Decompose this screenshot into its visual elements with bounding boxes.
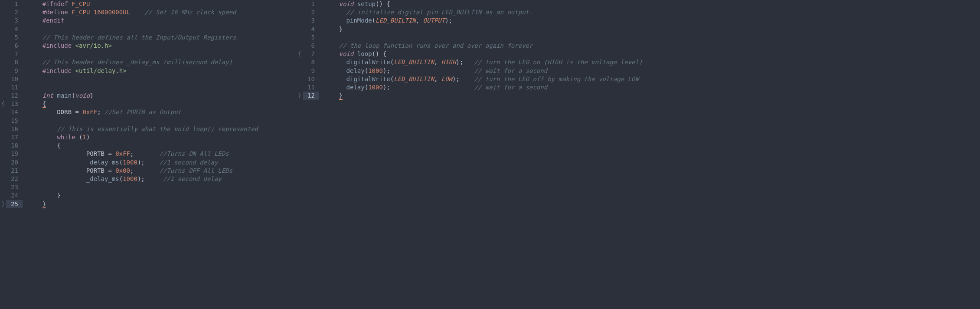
line-number[interactable]: 22 — [6, 175, 23, 183]
code-content[interactable] — [23, 75, 28, 83]
line-number[interactable]: 2 — [6, 8, 23, 16]
line-number[interactable]: 5 — [303, 33, 319, 42]
line-number[interactable]: 19 — [6, 150, 23, 158]
code-line[interactable]: 22 _delay_ms(1000); //1 second delay — [0, 175, 297, 183]
code-line[interactable]: 9 delay(1000); // wait for a second — [297, 67, 980, 75]
code-content[interactable]: #ifndef F_CPU — [23, 0, 90, 8]
code-content[interactable]: #endif — [23, 16, 64, 25]
code-line[interactable]: 11 delay(1000); // wait for a second — [297, 83, 980, 92]
line-number[interactable]: 9 — [6, 67, 23, 75]
code-line[interactable]: 8 digitalWrite(LED_BUILTIN, HIGH); // tu… — [297, 58, 980, 66]
line-number[interactable]: 23 — [6, 183, 23, 191]
code-line[interactable]: 8 // This header defines _delay_ms (mill… — [0, 58, 297, 66]
code-content[interactable]: delay(1000); // wait for a second — [319, 83, 547, 92]
code-content[interactable]: } — [23, 200, 46, 208]
line-number[interactable]: 21 — [6, 167, 23, 175]
code-line[interactable]: {13 { — [0, 100, 297, 108]
line-number[interactable]: 8 — [6, 58, 23, 66]
code-content[interactable]: _delay_ms(1000); //1 second delay — [23, 158, 218, 167]
code-content[interactable]: _delay_ms(1000); //1 second delay — [23, 175, 222, 183]
code-line[interactable]: 3 pinMode(LED_BUILTIN, OUTPUT); — [297, 16, 980, 25]
code-content[interactable]: { — [23, 100, 46, 108]
line-number[interactable]: 15 — [6, 117, 23, 125]
fold-marker[interactable]: { — [297, 50, 303, 58]
fold-marker[interactable]: { — [0, 100, 6, 108]
line-number[interactable]: 10 — [6, 75, 23, 83]
code-content[interactable] — [23, 83, 28, 92]
code-content[interactable] — [319, 33, 324, 42]
editor-pane-right[interactable]: 1 void setup() {2 // initialize digital … — [297, 0, 980, 309]
code-line[interactable]: 11 — [0, 83, 297, 92]
code-line[interactable]: }12 } — [297, 92, 980, 100]
code-line[interactable]: 23 — [0, 183, 297, 191]
line-number[interactable]: 24 — [6, 191, 23, 200]
code-line[interactable]: 2 #define F_CPU 16000000UL // Set 16 MHz… — [0, 8, 297, 16]
code-content[interactable] — [23, 183, 28, 191]
code-line[interactable]: 6 // the loop function runs over and ove… — [297, 42, 980, 50]
code-content[interactable]: // This header defines _delay_ms (millis… — [23, 58, 232, 66]
code-content[interactable] — [23, 25, 28, 33]
code-content[interactable]: #include <avr/io.h> — [23, 42, 112, 50]
line-number[interactable]: 11 — [303, 83, 319, 92]
code-line[interactable]: 9 #include <util/delay.h> — [0, 67, 297, 75]
code-content[interactable]: } — [319, 25, 343, 33]
code-content[interactable]: digitalWrite(LED_BUILTIN, LOW); // turn … — [319, 75, 639, 83]
line-number[interactable]: 4 — [6, 25, 23, 33]
line-number[interactable]: 10 — [303, 75, 319, 83]
code-line[interactable]: 19 PORTB = 0xFF; //Turns ON All LEDs — [0, 150, 297, 158]
code-line[interactable]: 12 int main(void) — [0, 92, 297, 100]
code-line[interactable]: }25 } — [0, 200, 297, 208]
code-line[interactable]: 17 while (1) — [0, 133, 297, 141]
code-line[interactable]: 14 DDRB = 0xFF; //Set PORTB as Output — [0, 108, 297, 116]
code-content[interactable]: pinMode(LED_BUILTIN, OUTPUT); — [319, 16, 452, 25]
line-number[interactable]: 20 — [6, 158, 23, 167]
code-line[interactable]: 5 // This header defines all the Input/O… — [0, 33, 297, 42]
line-number[interactable]: 3 — [6, 16, 23, 25]
code-content[interactable]: // the loop function runs over and over … — [319, 42, 532, 50]
code-content[interactable]: PORTB = 0x00; //Turns OFF All LEDs — [23, 167, 232, 175]
line-number[interactable]: 7 — [6, 50, 23, 58]
editor-pane-left[interactable]: 1 #ifndef F_CPU2 #define F_CPU 16000000U… — [0, 0, 297, 309]
code-content[interactable]: void loop() { — [319, 50, 386, 58]
code-line[interactable]: 24 } — [0, 191, 297, 200]
line-number[interactable]: 6 — [303, 42, 319, 50]
code-line[interactable]: 16 // This is essentially what the void … — [0, 125, 297, 133]
line-number[interactable]: 12 — [6, 92, 23, 100]
code-content[interactable]: // This is essentially what the void loo… — [23, 125, 258, 133]
code-line[interactable]: {7 void loop() { — [297, 50, 980, 58]
line-number[interactable]: 8 — [303, 58, 319, 66]
line-number[interactable]: 16 — [6, 125, 23, 133]
code-content[interactable] — [23, 50, 28, 58]
code-content[interactable]: DDRB = 0xFF; //Set PORTB as Output — [23, 108, 181, 116]
code-content[interactable]: // initialize digital pin LED_BUILTIN as… — [319, 8, 532, 16]
line-number[interactable]: 14 — [6, 108, 23, 116]
code-line[interactable]: 4 } — [297, 25, 980, 33]
line-number[interactable]: 3 — [303, 16, 319, 25]
line-number[interactable]: 7 — [303, 50, 319, 58]
line-number[interactable]: 17 — [6, 133, 23, 141]
line-number[interactable]: 9 — [303, 67, 319, 75]
code-content[interactable]: while (1) — [23, 133, 90, 141]
code-content[interactable]: #include <util/delay.h> — [23, 67, 127, 75]
code-line[interactable]: 20 _delay_ms(1000); //1 second delay — [0, 158, 297, 167]
code-content[interactable]: delay(1000); // wait for a second — [319, 67, 547, 75]
code-content[interactable]: // This header defines all the Input/Out… — [23, 33, 236, 42]
line-number[interactable]: 13 — [6, 100, 23, 108]
code-line[interactable]: 10 digitalWrite(LED_BUILTIN, LOW); // tu… — [297, 75, 980, 83]
code-line[interactable]: 4 — [0, 25, 297, 33]
code-content[interactable]: void setup() { — [319, 0, 390, 8]
line-number[interactable]: 2 — [303, 8, 319, 16]
code-content[interactable]: PORTB = 0xFF; //Turns ON All LEDs — [23, 150, 229, 158]
code-line[interactable]: 1 void setup() { — [297, 0, 980, 8]
code-content[interactable]: int main(void) — [23, 92, 94, 100]
code-line[interactable]: 6 #include <avr/io.h> — [0, 42, 297, 50]
code-line[interactable]: 2 // initialize digital pin LED_BUILTIN … — [297, 8, 980, 16]
fold-marker[interactable]: } — [297, 92, 303, 100]
code-line[interactable]: 15 — [0, 117, 297, 125]
code-line[interactable]: 21 PORTB = 0x00; //Turns OFF All LEDs — [0, 167, 297, 175]
fold-marker[interactable]: } — [0, 200, 6, 208]
code-line[interactable]: 3 #endif — [0, 16, 297, 25]
line-number[interactable]: 1 — [6, 0, 23, 8]
line-number[interactable]: 18 — [6, 141, 23, 150]
code-line[interactable]: 5 — [297, 33, 980, 42]
